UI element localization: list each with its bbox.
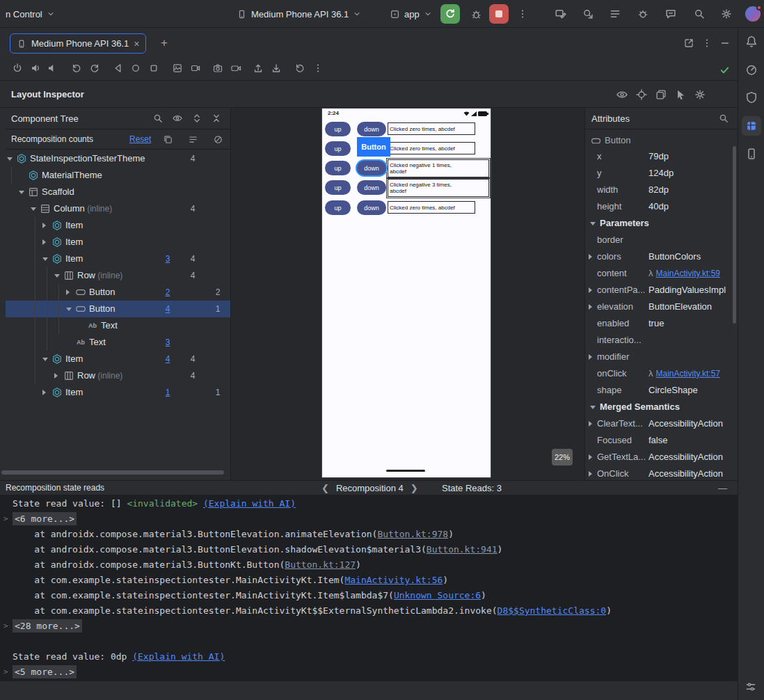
attr-source-link[interactable]: MainActivity.kt:57	[656, 369, 720, 379]
console-line[interactable]: at com.example.stateinspectiontester.Mai…	[0, 588, 738, 603]
section-collapse-chevron-icon[interactable]	[590, 406, 596, 409]
reset-counts-link[interactable]: Reset	[129, 129, 151, 150]
device-click-counter-text[interactable]: Clicked negative 1 times, abcdef	[388, 159, 489, 177]
console-line[interactable]: at com.example.stateinspectiontester.Mai…	[0, 573, 738, 588]
console-line[interactable]	[0, 634, 738, 649]
skips-column-icon[interactable]	[188, 134, 198, 145]
console-body[interactable]: State read value: [] <invalidated> (Expl…	[0, 495, 738, 681]
attr-expand-chevron-icon[interactable]	[589, 254, 592, 260]
explain-link[interactable]: Unknown Source:6	[394, 590, 481, 600]
recomposition-count-link[interactable]: 3	[156, 250, 180, 267]
tree-collapse-chevron-icon[interactable]	[31, 207, 36, 211]
device-manager-button[interactable]	[552, 6, 569, 22]
recomposition-count-link[interactable]: 4	[156, 351, 180, 367]
console-line[interactable]: State read value: [] <invalidated> (Expl…	[0, 496, 738, 511]
gemini-button[interactable]	[662, 6, 679, 22]
recomposition-count-link[interactable]: 2	[156, 284, 180, 301]
source-link[interactable]: Button.kt:978	[377, 529, 448, 539]
volume-up-button[interactable]	[27, 60, 44, 77]
tree-row-item[interactable]: Item34	[6, 250, 230, 267]
explain-link[interactable]: MainActivity.kt:56	[344, 575, 443, 585]
screen-record-button[interactable]	[187, 60, 204, 77]
tree-search-button[interactable]	[151, 111, 165, 125]
explain-link[interactable]: (Explain with AI)	[203, 498, 296, 509]
attr-expand-chevron-icon[interactable]	[589, 354, 592, 360]
highlight-off-icon[interactable]	[213, 134, 223, 145]
tree-row-item[interactable]: Item11	[6, 384, 230, 401]
attr-expand-chevron-icon[interactable]	[589, 287, 592, 293]
console-line[interactable]: at androidx.compose.material3.ButtonKt.B…	[0, 557, 738, 573]
notifications-button[interactable]	[745, 35, 758, 49]
new-tab-button[interactable]: +	[157, 36, 171, 50]
tree-row-item[interactable]: Item	[6, 234, 230, 250]
stop-button[interactable]	[489, 4, 509, 24]
explain-link[interactable]: D8$$SyntheticClass:0	[498, 605, 607, 616]
tree-horizontal-scrollbar[interactable]	[1, 470, 224, 475]
device-down-button[interactable]: down	[357, 122, 386, 136]
toolbar-more-button[interactable]	[310, 60, 326, 77]
close-tab-icon[interactable]: ×	[134, 39, 139, 49]
source-link[interactable]: Button.kt:941	[427, 544, 498, 555]
console-fold-line[interactable]: ><5 more...>	[0, 665, 738, 680]
console-line[interactable]: State read value: 0dp (Explain with AI)	[0, 649, 738, 665]
pick-element-button[interactable]	[635, 88, 648, 102]
task-list-button[interactable]	[607, 6, 623, 22]
run-config-selector[interactable]: app	[390, 0, 432, 28]
recomposition-count-link[interactable]: 1	[156, 384, 180, 401]
device-down-button[interactable]: down	[357, 180, 386, 195]
tree-expand-chevron-icon[interactable]	[66, 289, 70, 295]
live-updates-button[interactable]	[615, 88, 629, 102]
tree-collapse-chevron-icon[interactable]	[19, 191, 24, 194]
fold-chevron-icon[interactable]: >	[3, 511, 8, 527]
explain-link[interactable]: (Explain with AI)	[132, 651, 225, 662]
device-down-button[interactable]: down	[357, 200, 386, 215]
select-mode-button[interactable]	[674, 88, 687, 102]
hide-tool-window-button[interactable]	[717, 35, 733, 51]
console-text[interactable]: <28 more...>	[13, 619, 82, 633]
running-device-tab[interactable]: Medium Phone API 36.1 ×	[10, 33, 146, 54]
device-up-button[interactable]: up	[325, 180, 351, 195]
more-run-actions-button[interactable]	[514, 6, 531, 22]
expand-all-button[interactable]	[190, 111, 204, 125]
tree-row-row[interactable]: Row (inline)4	[6, 267, 230, 284]
attr-expand-chevron-icon[interactable]	[589, 471, 592, 477]
collapse-all-button[interactable]	[209, 111, 223, 125]
tree-row-item[interactable]: Item44	[6, 351, 230, 367]
tree-row-scaffold[interactable]: Scaffold	[6, 184, 230, 200]
tree-expand-chevron-icon[interactable]	[42, 239, 46, 245]
camera-button[interactable]	[209, 60, 226, 77]
console-line[interactable]: at androidx.compose.material3.ButtonElev…	[0, 527, 738, 542]
reset-view-button[interactable]	[292, 60, 308, 77]
tree-expand-chevron-icon[interactable]	[42, 223, 46, 228]
next-recomposition-button[interactable]: ❯	[411, 483, 418, 493]
device-up-button[interactable]: up	[325, 141, 351, 156]
tree-row-materialtheme[interactable]: MaterialTheme	[6, 167, 230, 184]
tree-expand-chevron-icon[interactable]	[42, 390, 46, 395]
inspector-settings-button[interactable]	[693, 88, 707, 102]
tree-collapse-chevron-icon[interactable]	[66, 308, 72, 311]
console-line[interactable]: at androidx.compose.material3.ButtonElev…	[0, 542, 738, 557]
find-usages-button[interactable]	[580, 6, 596, 22]
tree-row-button[interactable]: Button22	[6, 284, 230, 301]
screenshot-button[interactable]	[169, 60, 186, 77]
open-in-new-window-button[interactable]	[681, 35, 697, 51]
power-button[interactable]	[9, 60, 26, 77]
device-explorer-button[interactable]	[745, 147, 758, 161]
console-line[interactable]: at com.example.stateinspectiontester.Mai…	[0, 603, 738, 619]
tree-row-stateinspectiontestertheme[interactable]: StateInspectionTesterTheme4	[6, 150, 230, 167]
recomposition-count-link[interactable]: 3	[156, 334, 180, 351]
video-button[interactable]	[228, 60, 244, 77]
device-click-counter-text[interactable]: Clicked zero times, abcdef	[388, 122, 475, 135]
device-up-button[interactable]: up	[325, 200, 351, 215]
console-text[interactable]: <6 more...>	[13, 512, 77, 525]
console-fold-line[interactable]: ><28 more...>	[0, 619, 738, 634]
android-home-button[interactable]	[127, 60, 144, 77]
toggle-overlay-button[interactable]	[654, 88, 668, 102]
android-overview-button[interactable]	[145, 60, 162, 77]
device-up-button[interactable]: up	[325, 122, 351, 136]
recomposition-count-link[interactable]: 4	[156, 301, 180, 317]
upload-button[interactable]	[250, 60, 266, 77]
vcs-widget[interactable]: n Control	[6, 0, 55, 28]
layout-inspector-tool-button[interactable]	[742, 116, 761, 136]
device-click-counter-text[interactable]: Clicked zero times, abcdef	[388, 201, 475, 214]
